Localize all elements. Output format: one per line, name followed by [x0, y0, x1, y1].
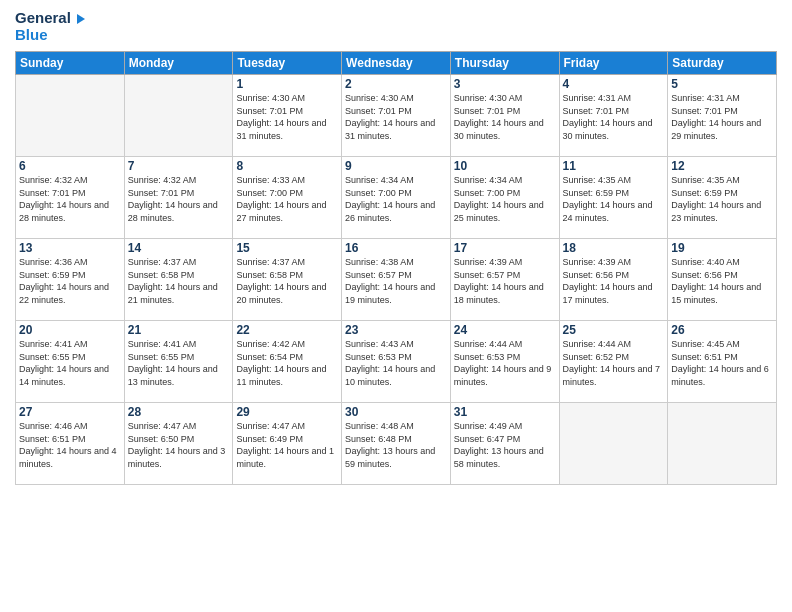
calendar-cell: 19Sunrise: 4:40 AMSunset: 6:56 PMDayligh…	[668, 239, 777, 321]
header: General Blue	[15, 10, 777, 43]
day-info: Sunrise: 4:30 AMSunset: 7:01 PMDaylight:…	[345, 92, 447, 142]
day-number: 13	[19, 241, 121, 255]
calendar-cell: 13Sunrise: 4:36 AMSunset: 6:59 PMDayligh…	[16, 239, 125, 321]
day-number: 25	[563, 323, 665, 337]
day-info: Sunrise: 4:44 AMSunset: 6:53 PMDaylight:…	[454, 338, 556, 388]
calendar-cell	[559, 403, 668, 485]
calendar-cell	[668, 403, 777, 485]
day-info: Sunrise: 4:34 AMSunset: 7:00 PMDaylight:…	[345, 174, 447, 224]
calendar-cell: 4Sunrise: 4:31 AMSunset: 7:01 PMDaylight…	[559, 75, 668, 157]
day-info: Sunrise: 4:49 AMSunset: 6:47 PMDaylight:…	[454, 420, 556, 470]
day-number: 27	[19, 405, 121, 419]
day-number: 1	[236, 77, 338, 91]
day-info: Sunrise: 4:46 AMSunset: 6:51 PMDaylight:…	[19, 420, 121, 470]
day-number: 20	[19, 323, 121, 337]
day-number: 17	[454, 241, 556, 255]
day-info: Sunrise: 4:32 AMSunset: 7:01 PMDaylight:…	[19, 174, 121, 224]
day-number: 2	[345, 77, 447, 91]
day-info: Sunrise: 4:40 AMSunset: 6:56 PMDaylight:…	[671, 256, 773, 306]
calendar-cell: 24Sunrise: 4:44 AMSunset: 6:53 PMDayligh…	[450, 321, 559, 403]
day-info: Sunrise: 4:37 AMSunset: 6:58 PMDaylight:…	[128, 256, 230, 306]
day-number: 21	[128, 323, 230, 337]
calendar-cell: 17Sunrise: 4:39 AMSunset: 6:57 PMDayligh…	[450, 239, 559, 321]
calendar-cell: 14Sunrise: 4:37 AMSunset: 6:58 PMDayligh…	[124, 239, 233, 321]
calendar-cell: 16Sunrise: 4:38 AMSunset: 6:57 PMDayligh…	[342, 239, 451, 321]
weekday-header: Friday	[559, 52, 668, 75]
weekday-header: Thursday	[450, 52, 559, 75]
day-info: Sunrise: 4:44 AMSunset: 6:52 PMDaylight:…	[563, 338, 665, 388]
weekday-header: Sunday	[16, 52, 125, 75]
calendar-cell: 2Sunrise: 4:30 AMSunset: 7:01 PMDaylight…	[342, 75, 451, 157]
calendar-cell: 12Sunrise: 4:35 AMSunset: 6:59 PMDayligh…	[668, 157, 777, 239]
day-info: Sunrise: 4:31 AMSunset: 7:01 PMDaylight:…	[563, 92, 665, 142]
weekday-header-row: SundayMondayTuesdayWednesdayThursdayFrid…	[16, 52, 777, 75]
calendar-cell: 5Sunrise: 4:31 AMSunset: 7:01 PMDaylight…	[668, 75, 777, 157]
calendar-week-row: 6Sunrise: 4:32 AMSunset: 7:01 PMDaylight…	[16, 157, 777, 239]
day-number: 11	[563, 159, 665, 173]
day-number: 26	[671, 323, 773, 337]
day-number: 23	[345, 323, 447, 337]
calendar-week-row: 1Sunrise: 4:30 AMSunset: 7:01 PMDaylight…	[16, 75, 777, 157]
day-info: Sunrise: 4:37 AMSunset: 6:58 PMDaylight:…	[236, 256, 338, 306]
day-info: Sunrise: 4:43 AMSunset: 6:53 PMDaylight:…	[345, 338, 447, 388]
calendar-cell: 9Sunrise: 4:34 AMSunset: 7:00 PMDaylight…	[342, 157, 451, 239]
day-info: Sunrise: 4:31 AMSunset: 7:01 PMDaylight:…	[671, 92, 773, 142]
calendar-cell: 11Sunrise: 4:35 AMSunset: 6:59 PMDayligh…	[559, 157, 668, 239]
calendar-cell: 3Sunrise: 4:30 AMSunset: 7:01 PMDaylight…	[450, 75, 559, 157]
calendar-week-row: 20Sunrise: 4:41 AMSunset: 6:55 PMDayligh…	[16, 321, 777, 403]
calendar-cell: 6Sunrise: 4:32 AMSunset: 7:01 PMDaylight…	[16, 157, 125, 239]
day-number: 19	[671, 241, 773, 255]
day-info: Sunrise: 4:32 AMSunset: 7:01 PMDaylight:…	[128, 174, 230, 224]
day-info: Sunrise: 4:36 AMSunset: 6:59 PMDaylight:…	[19, 256, 121, 306]
day-number: 7	[128, 159, 230, 173]
day-info: Sunrise: 4:35 AMSunset: 6:59 PMDaylight:…	[671, 174, 773, 224]
calendar-cell: 26Sunrise: 4:45 AMSunset: 6:51 PMDayligh…	[668, 321, 777, 403]
day-number: 8	[236, 159, 338, 173]
day-number: 14	[128, 241, 230, 255]
day-info: Sunrise: 4:45 AMSunset: 6:51 PMDaylight:…	[671, 338, 773, 388]
calendar-week-row: 27Sunrise: 4:46 AMSunset: 6:51 PMDayligh…	[16, 403, 777, 485]
calendar-cell: 15Sunrise: 4:37 AMSunset: 6:58 PMDayligh…	[233, 239, 342, 321]
day-info: Sunrise: 4:39 AMSunset: 6:56 PMDaylight:…	[563, 256, 665, 306]
day-info: Sunrise: 4:30 AMSunset: 7:01 PMDaylight:…	[454, 92, 556, 142]
day-info: Sunrise: 4:34 AMSunset: 7:00 PMDaylight:…	[454, 174, 556, 224]
day-number: 12	[671, 159, 773, 173]
calendar-cell: 1Sunrise: 4:30 AMSunset: 7:01 PMDaylight…	[233, 75, 342, 157]
calendar-cell: 8Sunrise: 4:33 AMSunset: 7:00 PMDaylight…	[233, 157, 342, 239]
day-number: 30	[345, 405, 447, 419]
logo: General Blue	[15, 10, 85, 43]
calendar-cell: 27Sunrise: 4:46 AMSunset: 6:51 PMDayligh…	[16, 403, 125, 485]
day-info: Sunrise: 4:38 AMSunset: 6:57 PMDaylight:…	[345, 256, 447, 306]
calendar-week-row: 13Sunrise: 4:36 AMSunset: 6:59 PMDayligh…	[16, 239, 777, 321]
day-info: Sunrise: 4:42 AMSunset: 6:54 PMDaylight:…	[236, 338, 338, 388]
day-info: Sunrise: 4:35 AMSunset: 6:59 PMDaylight:…	[563, 174, 665, 224]
calendar-cell: 30Sunrise: 4:48 AMSunset: 6:48 PMDayligh…	[342, 403, 451, 485]
day-number: 5	[671, 77, 773, 91]
calendar-cell: 7Sunrise: 4:32 AMSunset: 7:01 PMDaylight…	[124, 157, 233, 239]
day-number: 29	[236, 405, 338, 419]
calendar-cell: 31Sunrise: 4:49 AMSunset: 6:47 PMDayligh…	[450, 403, 559, 485]
day-info: Sunrise: 4:47 AMSunset: 6:50 PMDaylight:…	[128, 420, 230, 470]
day-info: Sunrise: 4:41 AMSunset: 6:55 PMDaylight:…	[19, 338, 121, 388]
day-info: Sunrise: 4:41 AMSunset: 6:55 PMDaylight:…	[128, 338, 230, 388]
calendar-cell	[16, 75, 125, 157]
day-number: 22	[236, 323, 338, 337]
calendar-cell: 10Sunrise: 4:34 AMSunset: 7:00 PMDayligh…	[450, 157, 559, 239]
calendar-cell: 28Sunrise: 4:47 AMSunset: 6:50 PMDayligh…	[124, 403, 233, 485]
day-info: Sunrise: 4:30 AMSunset: 7:01 PMDaylight:…	[236, 92, 338, 142]
day-info: Sunrise: 4:48 AMSunset: 6:48 PMDaylight:…	[345, 420, 447, 470]
weekday-header: Monday	[124, 52, 233, 75]
day-info: Sunrise: 4:39 AMSunset: 6:57 PMDaylight:…	[454, 256, 556, 306]
weekday-header: Tuesday	[233, 52, 342, 75]
day-number: 31	[454, 405, 556, 419]
day-number: 16	[345, 241, 447, 255]
day-number: 10	[454, 159, 556, 173]
day-number: 4	[563, 77, 665, 91]
day-number: 18	[563, 241, 665, 255]
day-number: 3	[454, 77, 556, 91]
calendar-cell: 21Sunrise: 4:41 AMSunset: 6:55 PMDayligh…	[124, 321, 233, 403]
weekday-header: Saturday	[668, 52, 777, 75]
calendar-cell: 25Sunrise: 4:44 AMSunset: 6:52 PMDayligh…	[559, 321, 668, 403]
calendar-cell: 29Sunrise: 4:47 AMSunset: 6:49 PMDayligh…	[233, 403, 342, 485]
day-number: 9	[345, 159, 447, 173]
